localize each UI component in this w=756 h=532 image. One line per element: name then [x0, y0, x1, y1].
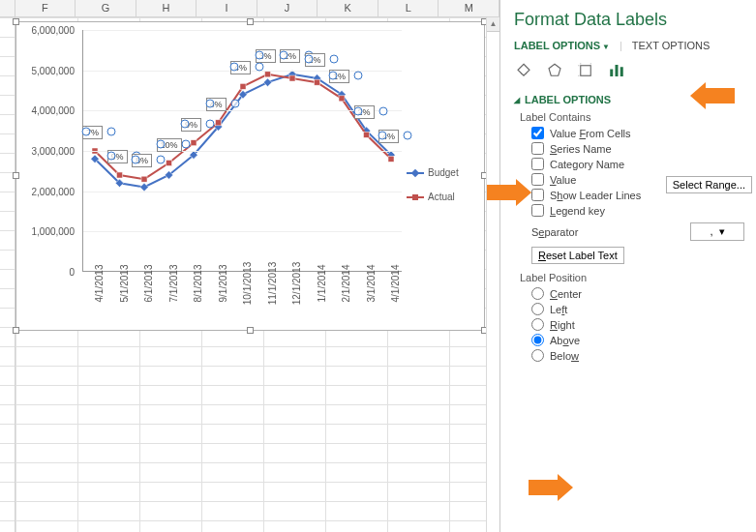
checkbox-series-name[interactable] [531, 142, 544, 155]
selection-handle-icon[interactable] [230, 63, 239, 72]
col-header[interactable]: J [257, 0, 318, 16]
embedded-chart[interactable]: 01,000,0002,000,0003,000,0004,000,0005,0… [15, 21, 485, 331]
col-header[interactable]: L [378, 0, 439, 16]
selection-handle-icon[interactable] [205, 99, 214, 107]
y-tick: 6,000,000 [16, 25, 75, 36]
checkbox-category-name[interactable] [531, 158, 544, 170]
radio-below[interactable] [531, 349, 544, 362]
label-contains-heading: Label Contains [520, 111, 748, 123]
checkbox-show-leader-lines[interactable] [531, 189, 544, 201]
pane-title: Format Data Labels [514, 10, 748, 30]
col-header[interactable]: F [15, 0, 76, 16]
radio-center[interactable] [531, 287, 544, 300]
selection-handle-icon[interactable] [329, 55, 338, 64]
radio-right[interactable] [531, 318, 544, 331]
x-tick: 5/1/2013 [119, 260, 130, 307]
selection-handle-icon[interactable] [206, 119, 215, 128]
svg-rect-23 [339, 96, 345, 102]
col-header[interactable]: I [197, 0, 257, 16]
selection-handle-icon[interactable] [230, 99, 239, 107]
selection-handle-icon[interactable] [378, 132, 387, 140]
col-header[interactable]: M [438, 0, 499, 16]
svg-rect-19 [240, 83, 246, 89]
svg-rect-24 [364, 132, 370, 137]
legend-entry-actual[interactable]: Actual [407, 192, 474, 202]
x-tick: 7/1/2013 [168, 260, 179, 307]
selection-handle-icon[interactable] [256, 63, 264, 72]
svg-rect-28 [610, 70, 613, 77]
separator-dropdown[interactable]: , ▾ [690, 222, 744, 241]
col-header[interactable]: H [136, 0, 197, 16]
x-tick: 10/1/2013 [242, 260, 253, 307]
format-data-labels-pane: Format Data Labels LABEL OPTIONS | TEXT … [500, 0, 756, 532]
selection-handle-icon[interactable] [132, 156, 140, 164]
selection-handle-icon[interactable] [280, 50, 288, 59]
select-range-button[interactable]: Select Range... [666, 176, 752, 193]
svg-rect-30 [620, 67, 623, 76]
svg-rect-17 [191, 140, 197, 146]
selection-handle-icon[interactable] [106, 152, 115, 161]
radio-above[interactable] [531, 334, 544, 346]
y-axis[interactable]: 01,000,0002,000,0003,000,0004,000,0005,0… [16, 30, 80, 272]
checkbox-value-from-cells[interactable] [531, 127, 544, 139]
radio-left[interactable] [531, 303, 544, 315]
selection-handle-icon[interactable] [329, 71, 338, 79]
svg-rect-14 [117, 172, 123, 178]
y-tick: 1,000,000 [16, 226, 75, 237]
svg-rect-27 [581, 66, 591, 76]
section-label-options[interactable]: LABEL OPTIONS [514, 94, 748, 105]
svg-rect-2 [140, 183, 148, 191]
line-marker-icon [407, 196, 424, 198]
selection-handle-icon[interactable] [255, 50, 263, 59]
y-tick: 5,000,000 [16, 65, 75, 75]
x-axis[interactable]: 4/1/20135/1/20136/1/20137/1/20138/1/2013… [82, 278, 402, 332]
svg-rect-29 [616, 65, 619, 76]
selection-handle-icon[interactable] [304, 55, 313, 64]
resize-handle[interactable] [13, 327, 19, 334]
spreadsheet-area[interactable]: F G H I J K L M 01,000,0002,000,0003,000… [0, 0, 500, 532]
y-tick: 4,000,000 [16, 105, 75, 116]
x-tick: 8/1/2013 [193, 260, 203, 307]
x-tick: 1/1/2014 [317, 260, 327, 307]
col-header[interactable]: G [76, 0, 136, 16]
legend-entry-budget[interactable]: Budget [407, 167, 474, 178]
vertical-scrollbar[interactable] [486, 17, 499, 532]
label-options-icon[interactable] [607, 61, 626, 80]
effects-icon[interactable] [545, 61, 564, 80]
reset-label-text-button[interactable]: Reset Label Text [531, 247, 624, 264]
svg-rect-7 [263, 78, 271, 86]
svg-rect-15 [141, 176, 147, 182]
col-header[interactable]: K [318, 0, 378, 16]
y-tick: 0 [16, 267, 75, 278]
separator-label: Separator [531, 226, 578, 238]
tab-text-options[interactable]: TEXT OPTIONS [632, 38, 710, 53]
selection-handle-icon[interactable] [157, 156, 166, 164]
selection-handle-icon[interactable] [82, 128, 91, 136]
selection-handle-icon[interactable] [354, 71, 363, 79]
tab-label-options[interactable]: LABEL OPTIONS [514, 38, 610, 53]
svg-rect-16 [166, 161, 172, 166]
y-tick: 3,000,000 [16, 146, 75, 157]
selection-handle-icon[interactable] [181, 139, 190, 148]
checkbox-value[interactable] [531, 173, 544, 186]
line-marker-icon [407, 172, 424, 174]
column-headers: F G H I J K L M [0, 0, 499, 17]
selection-handle-icon[interactable] [404, 132, 412, 140]
svg-rect-21 [289, 75, 295, 81]
x-tick: 4/1/2013 [94, 260, 105, 307]
selection-handle-icon[interactable] [107, 128, 116, 136]
selection-handle-icon[interactable] [353, 107, 362, 116]
selection-handle-icon[interactable] [181, 119, 190, 128]
x-tick: 12/1/2013 [291, 260, 302, 307]
x-tick: 3/1/2014 [366, 260, 377, 307]
resize-handle[interactable] [247, 18, 254, 25]
svg-rect-20 [265, 72, 271, 77]
checkbox-legend-key[interactable] [531, 204, 544, 217]
chart-legend[interactable]: Budget Actual [407, 167, 474, 216]
size-properties-icon[interactable] [576, 61, 595, 80]
selection-handle-icon[interactable] [378, 107, 387, 116]
x-tick: 11/1/2013 [267, 260, 278, 307]
fill-line-icon[interactable] [514, 61, 533, 80]
selection-handle-icon[interactable] [156, 139, 165, 148]
y-tick: 2,000,000 [16, 186, 75, 196]
